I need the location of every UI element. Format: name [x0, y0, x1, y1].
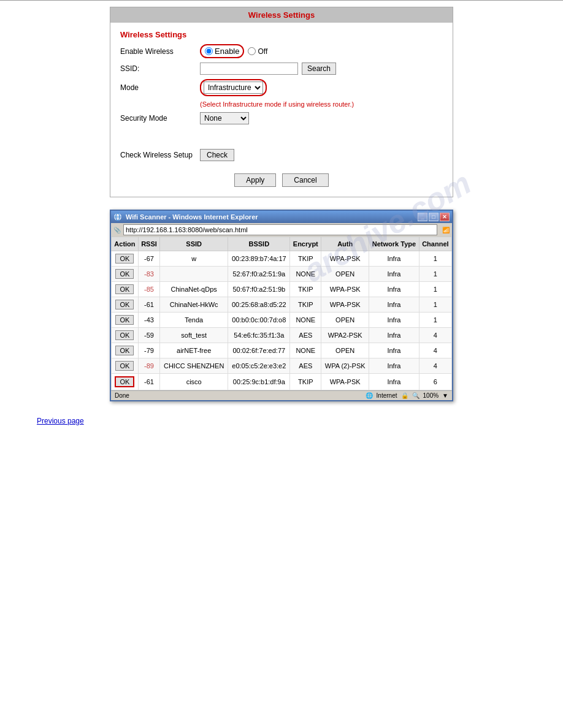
cell-auth: OPEN: [321, 343, 369, 358]
cell-bssid: 00:23:89:b7:4a:17: [228, 251, 290, 267]
cell-encrypt: TKIP: [290, 251, 321, 267]
cell-bssid: e0:05:c5:2e:e3:e2: [228, 358, 290, 374]
table-scroll[interactable]: Action RSSI SSID BSSID Encrypt Auth Netw…: [111, 237, 452, 390]
col-ssid: SSID: [160, 237, 228, 251]
table-row: OK-8352:67:f0:a2:51:9aNONEOPENInfra1: [112, 267, 452, 282]
cell-auth: OPEN: [321, 267, 369, 282]
ok-button[interactable]: OK: [115, 315, 134, 325]
cell-encrypt: NONE: [290, 313, 321, 328]
table-row: OK-61ChinaNet-HkWc00:25:68:a8:d5:22TKIPW…: [112, 297, 452, 313]
off-radio[interactable]: [248, 47, 256, 55]
mode-control: Infrastructure Ad-Hoc: [200, 79, 267, 96]
cell-network-type: Infra: [369, 328, 419, 343]
ie-icon: [113, 213, 122, 221]
cell-rssi: -83: [138, 267, 159, 282]
cell-action: OK: [112, 328, 139, 343]
ok-button[interactable]: OK: [115, 376, 134, 387]
cell-rssi: -89: [138, 358, 159, 374]
col-action: Action: [112, 237, 139, 251]
cell-network-type: Infra: [369, 343, 419, 358]
cell-encrypt: AES: [290, 328, 321, 343]
cell-action: OK: [112, 358, 139, 374]
cell-network-type: Infra: [369, 358, 419, 374]
cell-channel: 4: [419, 358, 451, 374]
cell-channel: 6: [419, 374, 451, 390]
ok-button[interactable]: OK: [115, 346, 134, 355]
ok-button[interactable]: OK: [115, 300, 134, 309]
cell-action: OK: [112, 297, 139, 313]
cell-encrypt: AES: [290, 358, 321, 374]
cell-bssid: 50:67:f0:a2:51:9b: [228, 282, 290, 297]
bottom-link[interactable]: Previous page: [37, 417, 84, 425]
minimize-button[interactable]: _: [418, 213, 427, 221]
status-left: Done: [115, 392, 129, 399]
security-select[interactable]: None WEP WPA-PSK WPA2-PSK: [200, 112, 249, 124]
mode-select[interactable]: Infrastructure Ad-Hoc: [204, 82, 263, 94]
table-row: OK-85ChinaNet-qDps50:67:f0:a2:51:9bTKIPW…: [112, 282, 452, 297]
cell-ssid: [160, 267, 228, 282]
check-row: Check Wireless Setup Check: [120, 149, 443, 161]
cell-ssid: ChinaNet-qDps: [160, 282, 228, 297]
ssid-input[interactable]: [200, 63, 298, 75]
ok-button[interactable]: OK: [115, 284, 134, 294]
ssid-label: SSID:: [120, 64, 200, 73]
cell-encrypt: NONE: [290, 267, 321, 282]
cell-bssid: 54:e6:fc:35:f1:3a: [228, 328, 290, 343]
cell-auth: OPEN: [321, 313, 369, 328]
titlebar-left: Wifi Scanner - Windows Internet Explorer: [113, 213, 258, 221]
close-button[interactable]: ✕: [440, 213, 450, 221]
mode-highlight: Infrastructure Ad-Hoc: [200, 79, 267, 96]
zoom-level: 100%: [423, 392, 439, 399]
cell-network-type: Infra: [369, 297, 419, 313]
enable-radio[interactable]: [205, 47, 213, 55]
browser-titlebar: Wifi Scanner - Windows Internet Explorer…: [111, 211, 452, 223]
address-label: 📎: [113, 227, 121, 233]
zoom-dropdown-icon[interactable]: ▼: [442, 392, 448, 399]
check-button[interactable]: Check: [200, 149, 234, 161]
status-text: Done: [115, 392, 129, 399]
ok-button[interactable]: OK: [115, 330, 134, 340]
cell-encrypt: TKIP: [290, 282, 321, 297]
table-row: OK-67w00:23:89:b7:4a:17TKIPWPA-PSKInfra1: [112, 251, 452, 267]
ok-button[interactable]: OK: [115, 269, 134, 279]
browser-statusbar: Done 🌐 Internet 🔒 🔍 100% ▼: [111, 390, 452, 400]
address-input[interactable]: [123, 224, 437, 235]
restore-button[interactable]: □: [429, 213, 439, 221]
col-bssid: BSSID: [228, 237, 290, 251]
cell-auth: WPA-PSK: [321, 251, 369, 267]
search-button[interactable]: Search: [302, 63, 336, 75]
cell-rssi: -85: [138, 282, 159, 297]
ok-button[interactable]: OK: [115, 254, 134, 264]
mode-label: Mode: [120, 83, 200, 92]
cell-network-type: Infra: [369, 313, 419, 328]
security-row: Security Mode None WEP WPA-PSK WPA2-PSK: [120, 112, 443, 124]
cell-bssid: 00:25:9c:b1:df:9a: [228, 374, 290, 390]
check-label: Check Wireless Setup: [120, 151, 200, 159]
cell-rssi: -43: [138, 313, 159, 328]
titlebar-buttons: _ □ ✕: [418, 213, 450, 221]
cancel-button[interactable]: Cancel: [282, 173, 328, 187]
security-label: Security Mode: [120, 114, 200, 123]
cell-rssi: -59: [138, 328, 159, 343]
enable-control: Enable Off: [200, 44, 267, 58]
cell-action: OK: [112, 282, 139, 297]
security-control: None WEP WPA-PSK WPA2-PSK: [200, 112, 249, 124]
cell-bssid: 00:02:6f:7e:ed:77: [228, 343, 290, 358]
apply-button[interactable]: Apply: [234, 173, 276, 187]
ok-button[interactable]: OK: [115, 361, 134, 371]
cell-channel: 1: [419, 313, 451, 328]
table-row: OK-61cisco00:25:9c:b1:df:9aTKIPWPA-PSKIn…: [112, 374, 452, 390]
cell-action: OK: [112, 374, 139, 390]
enable-highlight: Enable: [200, 44, 244, 58]
col-network-type: Network Type: [369, 237, 419, 251]
cell-action: OK: [112, 267, 139, 282]
internet-label: Internet: [377, 392, 397, 399]
cell-rssi: -79: [138, 343, 159, 358]
cell-network-type: Infra: [369, 282, 419, 297]
off-label-text: Off: [258, 47, 267, 56]
cell-action: OK: [112, 313, 139, 328]
action-buttons: Apply Cancel: [120, 173, 443, 187]
cell-rssi: -67: [138, 251, 159, 267]
cell-encrypt: NONE: [290, 343, 321, 358]
ssid-control: Search: [200, 63, 336, 75]
